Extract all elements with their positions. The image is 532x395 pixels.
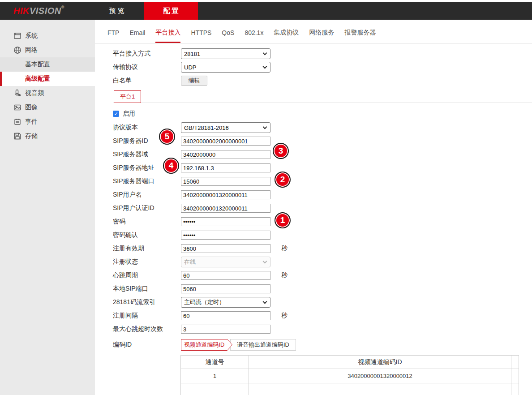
encode-id-row: 编码ID 视频通道编码ID 语音输出通道编码ID [113, 339, 532, 351]
password-label: 密码 [113, 218, 181, 226]
chevron-down-icon [263, 300, 267, 304]
hikvision-logo: HIKVISION® [0, 2, 76, 20]
sidebar-item-event[interactable]: 事件 [0, 115, 95, 129]
password-confirm-label: 密码确认 [113, 231, 181, 239]
table-cell-empty [181, 383, 249, 395]
chevron-down-icon [263, 259, 267, 264]
table-row[interactable]: 1 34020000001320000012 [181, 369, 519, 383]
local-sip-port-input[interactable] [181, 284, 270, 293]
video-encode-id-header: 视频通道编码ID [249, 356, 511, 369]
enable-checkbox[interactable]: ✓ [113, 111, 119, 117]
tab-ftp[interactable]: FTP [107, 20, 119, 43]
protocol-version-select[interactable]: GB/T28181-2016 [181, 122, 270, 133]
platform-access-form: 平台接入方式 28181 传输协议 UDP 白名单 编辑 [95, 43, 532, 395]
table-cell-empty [249, 383, 511, 395]
window-icon [13, 32, 21, 40]
table-header-spacer [511, 356, 519, 369]
sip-server-port-input[interactable] [181, 177, 270, 186]
tab-https[interactable]: HTTPS [191, 20, 211, 43]
channel-number-cell: 1 [181, 369, 249, 383]
sip-server-id-input[interactable] [181, 137, 270, 146]
local-sip-port-label: 本地SIP端口 [113, 285, 181, 293]
logo-registered-mark: ® [61, 5, 64, 9]
chevron-down-icon [263, 125, 267, 129]
tab-integration-protocol[interactable]: 集成协议 [274, 20, 299, 43]
callout-5: 5 [159, 129, 175, 145]
table-cell-spacer [511, 369, 519, 383]
sidebar-item-network[interactable]: 网络 [0, 43, 95, 57]
sidebar-item-label: 网络 [25, 46, 38, 54]
video-encode-id-cell: 34020000001320000012 [249, 369, 511, 383]
platform-access-mode-select[interactable]: 28181 [181, 48, 270, 59]
sidebar-item-audio-video[interactable]: 视音频 [0, 86, 95, 100]
register-interval-unit: 秒 [281, 312, 287, 320]
globe-icon [13, 46, 21, 54]
tab-qos[interactable]: QoS [222, 20, 234, 43]
heartbeat-cycle-label: 心跳周期 [113, 271, 181, 279]
chevron-down-icon [263, 64, 267, 69]
sip-auth-id-label: SIP用户认证ID [113, 204, 181, 212]
table-header-row: 通道号 视频通道编码ID [181, 356, 519, 369]
sidebar-item-label: 基本配置 [25, 60, 50, 69]
sidebar-item-label: 高级配置 [25, 75, 50, 83]
layout: 系统 网络 基本配置 高级配置 视音频 [0, 20, 532, 395]
encode-id-label: 编码ID [113, 341, 181, 349]
tab-8021x[interactable]: 802.1x [245, 20, 263, 43]
transport-protocol-label: 传输协议 [113, 63, 181, 71]
whitelist-edit-button[interactable]: 编辑 [181, 76, 207, 86]
whitelist-label: 白名单 [113, 77, 181, 85]
floppy-disk-icon [13, 132, 21, 140]
register-interval-label: 注册间隔 [113, 312, 181, 320]
sidebar: 系统 网络 基本配置 高级配置 视音频 [0, 20, 95, 395]
main-content: FTP Email 平台接入 HTTPS QoS 802.1x 集成协议 网络服… [95, 20, 532, 395]
video-channel-encode-id-tab[interactable]: 视频通道编码ID [181, 339, 233, 351]
tab-email[interactable]: Email [129, 20, 145, 43]
sip-server-address-input[interactable] [181, 163, 270, 172]
sidebar-item-storage[interactable]: 存储 [0, 129, 95, 143]
sidebar-item-advanced-config[interactable]: 高级配置 [0, 72, 95, 86]
logo-vision: VISION [30, 6, 61, 16]
sidebar-item-image[interactable]: 图像 [0, 100, 95, 115]
stream-index-label: 28181码流索引 [113, 298, 181, 306]
settings-tabbar: FTP Email 平台接入 HTTPS QoS 802.1x 集成协议 网络服… [95, 20, 532, 43]
tab-platform-access[interactable]: 平台接入 [155, 20, 180, 43]
microphone-icon [13, 89, 21, 97]
register-status-label: 注册状态 [113, 258, 181, 266]
transport-protocol-select[interactable]: UDP [181, 62, 270, 73]
heartbeat-cycle-unit: 秒 [281, 271, 287, 279]
register-status-select: 在线 [181, 257, 270, 267]
channel-number-header: 通道号 [181, 356, 249, 369]
max-heartbeat-timeout-input[interactable] [181, 325, 270, 334]
top-tab-config[interactable]: 配 置 [144, 2, 198, 20]
page: HIKVISION® 预 览 配 置 系统 网络 基本配置 [0, 0, 532, 395]
heartbeat-cycle-input[interactable] [181, 271, 270, 280]
register-interval-input[interactable] [181, 311, 270, 320]
max-heartbeat-timeout-label: 最大心跳超时次数 [113, 325, 181, 333]
register-validity-input[interactable] [181, 244, 270, 253]
sip-server-domain-input[interactable] [181, 150, 270, 159]
top-tab-preview[interactable]: 预 览 [90, 2, 144, 20]
stream-index-select[interactable]: 主码流（定时） [181, 297, 270, 308]
audio-output-channel-encode-id-tab[interactable]: 语音输出通道编码ID [230, 339, 296, 351]
table-row-empty [181, 383, 519, 395]
tab-alarm-server[interactable]: 报警服务器 [344, 20, 376, 43]
platform1-tab[interactable]: 平台1 [114, 90, 141, 103]
callout-4: 4 [163, 158, 179, 174]
sidebar-item-label: 系统 [25, 32, 38, 40]
callout-1: 1 [275, 212, 291, 228]
password-confirm-input[interactable] [181, 231, 270, 240]
sidebar-item-basic-config[interactable]: 基本配置 [0, 57, 95, 72]
enable-row: ✓ 启用 [113, 108, 532, 120]
channel-table: 通道号 视频通道编码ID 1 34020000001320000012 [180, 355, 519, 395]
callout-3: 3 [273, 143, 289, 159]
tab-network-service[interactable]: 网络服务 [309, 20, 334, 43]
sidebar-item-system[interactable]: 系统 [0, 29, 95, 43]
sip-auth-id-input[interactable] [181, 204, 270, 213]
register-validity-label: 注册有效期 [113, 245, 181, 253]
sip-username-input[interactable] [181, 190, 270, 199]
register-validity-unit: 秒 [281, 245, 287, 253]
callout-2: 2 [275, 172, 291, 188]
table-cell-spacer [511, 383, 519, 395]
image-icon [13, 103, 21, 112]
password-input[interactable] [181, 217, 270, 226]
